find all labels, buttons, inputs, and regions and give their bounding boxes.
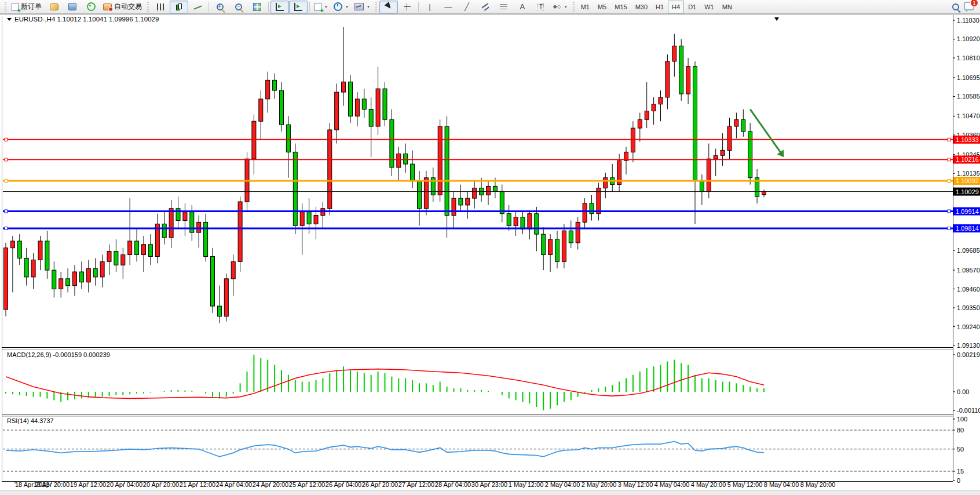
bar-chart-icon [157,3,164,10]
price-tick-label: 1.09350 [957,304,980,311]
algo-trading-button[interactable]: 自动交易 [100,1,145,13]
chart-shift-icon [294,3,302,11]
bull-candle [652,104,656,111]
time-tick-label: 20 Apr 04:00 [107,481,142,488]
bull-candle [342,82,346,92]
bear-candle [176,209,180,221]
toolbar-grip[interactable] [5,2,6,12]
time-tick-label: 21 Apr 12:00 [180,481,215,488]
line-anchor[interactable] [5,179,8,182]
fibonacci-button[interactable] [495,1,513,13]
time-tick-label: 24 Apr 04:00 [216,481,252,488]
timeframe-h1[interactable]: H1 [652,1,668,13]
line-anchor[interactable] [948,210,950,213]
text-label-button[interactable]: T [532,1,550,13]
chevron-down-icon: ▼ [564,5,568,9]
price-axis[interactable]: 1.110301.109201.108101.106951.105851.104… [953,17,980,349]
line-anchor[interactable] [5,158,8,161]
toolbar-grip[interactable] [147,2,149,12]
timeframe-w1[interactable]: W1 [700,1,718,13]
bull-candle [10,241,14,248]
time-tick-label: 24 Apr 20:00 [253,481,288,488]
fibonacci-icon [500,4,507,10]
new-order-icon [12,3,19,11]
zoom-out-button[interactable] [229,1,248,13]
tile-windows-button[interactable] [248,1,266,13]
status-strip [0,490,980,495]
time-tick-label: 26 Apr 20:00 [362,481,398,488]
indicators-dropdown[interactable]: ▼ [312,1,331,13]
search-icon[interactable] [952,3,959,10]
bull-candle [424,178,428,209]
rsi-axis-label: 15 [957,468,964,475]
time-tick-label: 3 May 12:00 [618,481,653,488]
signals-button[interactable] [82,1,100,13]
timeframe-m1[interactable]: M1 [577,1,594,13]
bull-candle [128,241,132,255]
bear-candle [521,217,525,230]
vertical-line-button[interactable]: | [420,1,439,13]
time-tick-label: 19 Apr 12:00 [70,481,106,488]
auto-scroll-button[interactable] [270,1,289,13]
line-anchor[interactable] [5,138,8,141]
bear-candle [569,231,573,243]
time-tick-label: 1 May 12:00 [509,481,544,488]
channel-button[interactable] [476,1,495,13]
timeframe-m5[interactable]: M5 [594,1,610,13]
bull-candle [142,245,146,255]
chart-shift-button[interactable] [289,1,308,13]
candlestick-icon [175,3,182,10]
bear-candle [493,186,497,191]
horizontal-line-button[interactable]: — [439,1,458,13]
bear-candle [79,272,83,282]
bull-candle [169,209,173,238]
timeframe-m30[interactable]: M30 [631,1,652,13]
timeframe-mn[interactable]: MN [718,1,736,13]
timeframe-d1[interactable]: D1 [684,1,700,13]
bull-candle [4,248,8,310]
notifications-button[interactable]: 1 [964,2,974,12]
bull-candle [707,159,711,191]
line-anchor[interactable] [948,179,950,182]
bear-candle [293,152,297,225]
toolbar-grip[interactable] [573,2,575,12]
cursor-button[interactable] [379,1,398,13]
trendline-button[interactable]: ╱ [458,1,476,13]
bear-candle [748,132,752,178]
line-chart-button[interactable] [188,1,207,13]
time-tick-label: 2 May 04:00 [545,481,580,488]
price-badge-label: 1.09914 [956,208,979,215]
bear-candle [369,110,373,127]
periods-dropdown[interactable]: ▼ [331,1,352,13]
bar-chart-button[interactable] [151,1,170,13]
line-anchor[interactable] [5,227,8,230]
line-anchor[interactable] [948,138,950,141]
line-anchor[interactable] [948,227,950,230]
zoom-in-button[interactable] [211,1,229,13]
bear-candle [190,212,194,232]
bear-candle [693,67,697,181]
shapes-dropdown[interactable]: ◆◇▼ [550,1,571,13]
crosshair-button[interactable] [398,1,416,13]
line-anchor[interactable] [948,158,950,161]
chart-canvas[interactable]: 1.110301.109201.108101.106951.105851.104… [0,0,980,495]
bear-candle [390,119,394,168]
signals-icon [87,2,96,11]
new-order-button[interactable]: 新订单 [9,1,45,13]
text-button[interactable]: A [513,1,532,13]
vertical-line-icon: | [429,3,430,10]
bull-candle [224,279,228,316]
bear-candle [93,268,97,277]
market-button[interactable] [45,1,63,13]
timeframe-h4[interactable]: H4 [668,1,684,13]
candlestick-chart-button[interactable] [170,1,188,13]
templates-dropdown[interactable]: ▼ [352,1,373,13]
toolbar-grip[interactable] [375,2,377,12]
line-anchor[interactable] [5,210,8,213]
price-tick-label: 1.10135 [957,170,980,177]
timeframe-m15[interactable]: M15 [610,1,631,13]
time-axis[interactable]: 18 Apr 202318 Apr 20:0019 Apr 12:0020 Ap… [15,481,835,488]
bear-candle [349,82,353,116]
community-button[interactable] [63,1,82,13]
bear-candle [411,164,415,181]
